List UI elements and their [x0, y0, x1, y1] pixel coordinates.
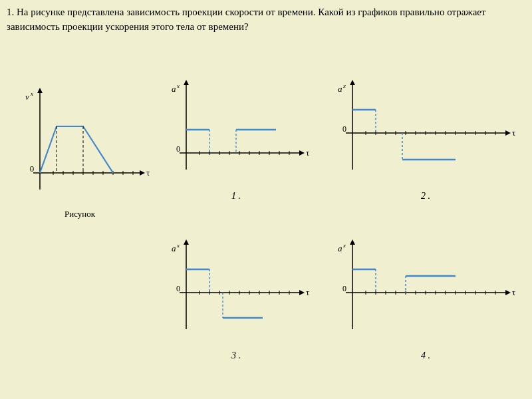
svg-text:τ: τ: [512, 287, 515, 297]
svg-text:x: x: [30, 90, 33, 97]
svg-text:0: 0: [342, 284, 346, 293]
svg-text:a: a: [338, 84, 342, 94]
answer-graph-1: 0 τ a x 1 .: [160, 80, 313, 206]
answer-graph-3: 0 τ a x 3 .: [160, 239, 313, 366]
svg-marker-43: [505, 130, 511, 136]
svg-text:x: x: [176, 82, 180, 89]
svg-text:τ: τ: [146, 168, 150, 178]
svg-text:τ: τ: [306, 287, 309, 297]
svg-marker-3: [37, 88, 43, 93]
answer-graph-4: 0 τ a x 4 .: [326, 239, 525, 366]
question-text: 1. На рисунке представлена зависимость п…: [7, 5, 525, 35]
svg-text:τ: τ: [512, 128, 515, 138]
svg-text:v: v: [25, 92, 29, 102]
svg-marker-70: [184, 239, 189, 245]
svg-text:a: a: [172, 84, 176, 94]
answer-graph-2: 0 τ a x 2 .: [326, 80, 525, 206]
svg-marker-91: [505, 290, 511, 295]
svg-marker-2: [140, 170, 145, 176]
svg-text:0: 0: [30, 164, 35, 174]
svg-text:x: x: [342, 82, 346, 89]
svg-text:a: a: [338, 243, 342, 253]
svg-text:x: x: [176, 242, 180, 249]
svg-marker-21: [299, 150, 305, 156]
svg-marker-22: [184, 80, 189, 85]
svg-text:a: a: [172, 243, 176, 253]
svg-text:0: 0: [342, 124, 346, 134]
velocity-graph: 0 τ v x Рисунок: [7, 86, 153, 219]
svg-text:0: 0: [176, 284, 180, 293]
svg-text:τ: τ: [306, 148, 309, 158]
svg-marker-92: [350, 239, 355, 245]
svg-marker-44: [350, 80, 355, 85]
svg-text:x: x: [342, 242, 346, 249]
svg-marker-69: [299, 290, 305, 295]
svg-text:0: 0: [176, 144, 180, 154]
